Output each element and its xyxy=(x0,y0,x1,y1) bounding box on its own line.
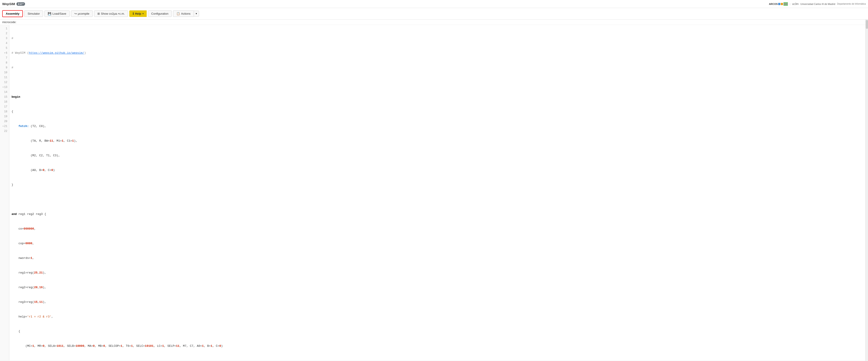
version-badge: 2.2.* xyxy=(17,2,25,6)
export-icon: ↪ xyxy=(74,12,77,15)
editor-area[interactable]: 1 2 3 4 5 ▾6 7 8 9 10 11 12 ▾13 14 15 16… xyxy=(0,25,868,361)
line-1: 1 xyxy=(0,26,9,31)
actions-button-group: 📋 Actions ▾ xyxy=(173,10,199,17)
assembly-button[interactable]: Assembly xyxy=(2,10,23,17)
title-bar: WepSIM 2.2.* ARCOS | uc3m Universidad Ca… xyxy=(0,0,868,8)
code-line-6: { xyxy=(11,109,866,114)
actions-caret-button[interactable]: ▾ xyxy=(194,11,199,17)
line-19: 19 xyxy=(0,114,9,119)
app-title: WepSIM 2.2.* xyxy=(2,2,25,6)
code-line-10: (A0, B=0, C=0) xyxy=(11,168,866,173)
line-16: 16 xyxy=(0,99,9,104)
line-3: 3 xyxy=(0,36,9,41)
load-save-button[interactable]: 💾 Load/Save xyxy=(44,10,69,17)
table-icon: ⊞ xyxy=(97,12,100,15)
line-13: ▾13 xyxy=(0,85,9,90)
code-line-16: nwords=1, xyxy=(11,256,866,261)
chevron-down-icon: ▾ xyxy=(143,12,144,15)
ucompile-button[interactable]: ↪ μcompile xyxy=(71,10,93,17)
code-line-18: reg2=reg(20,16), xyxy=(11,285,866,290)
code-line-3: # xyxy=(11,65,866,70)
help-button[interactable]: ℹ Help ▾ xyxy=(129,10,147,17)
code-line-11: } xyxy=(11,182,866,187)
configuration-button[interactable]: Configuration xyxy=(148,10,172,17)
code-line-1: # xyxy=(11,36,866,41)
code-line-5: begin xyxy=(11,95,866,99)
line-11: 11 xyxy=(0,75,9,80)
info-icon: ℹ xyxy=(133,12,134,15)
line-22: 22 xyxy=(0,129,9,134)
show-co2ua-button[interactable]: ⊞ Show co2μa.+c.m. xyxy=(94,10,128,17)
line-5: 5 xyxy=(0,46,9,51)
code-line-2: # WepSIM (https://wepsim.github.io/wepsi… xyxy=(11,51,866,56)
line-17: 17 xyxy=(0,104,9,109)
line-15: 15 xyxy=(0,95,9,99)
university-info: ARCOS | uc3m Universidad Carlos III de M… xyxy=(769,2,866,5)
code-line-17: reg1=reg(25,21), xyxy=(11,270,866,275)
help-button-group: ℹ Help ▾ xyxy=(129,10,147,17)
university-dept: Departamento de Informática xyxy=(837,3,866,5)
line-12: 12 xyxy=(0,80,9,85)
code-content[interactable]: # # WepSIM (https://wepsim.github.io/wep… xyxy=(9,25,868,361)
code-line-13: and reg1 reg2 reg3 { xyxy=(11,212,866,217)
line-numbers: 1 2 3 4 5 ▾6 7 8 9 10 11 12 ▾13 14 15 16… xyxy=(0,25,9,361)
microcode-label: microcode: xyxy=(0,20,868,25)
line-20: 20 xyxy=(0,119,9,124)
copy-icon: 📋 xyxy=(176,12,180,15)
line-7: 7 xyxy=(0,56,9,60)
uc3m-label: uc3m xyxy=(792,2,799,5)
separator: | xyxy=(790,3,790,5)
code-line-4 xyxy=(11,80,866,85)
line-2: 2 xyxy=(0,31,9,36)
line-21: ▾21 xyxy=(0,124,9,129)
code-line-19: reg3=reg(15,11), xyxy=(11,300,866,305)
code-line-12 xyxy=(11,197,866,202)
line-18: 18 xyxy=(0,109,9,114)
code-line-20: help='r1 = r2 & r3', xyxy=(11,314,866,319)
line-4: 4 xyxy=(0,41,9,46)
arcos-logo: ARCOS xyxy=(769,2,788,5)
code-line-21: { xyxy=(11,329,866,334)
code-line-22: (MC=1, MR=0, SELA=1011, SELB=10000, MA=0… xyxy=(11,344,866,349)
line-8: 8 xyxy=(0,60,9,65)
university-name: Universidad Carlos III de Madrid xyxy=(800,3,835,5)
code-line-9: (M2, C2, T1, C3), xyxy=(11,153,866,158)
line-6: ▾6 xyxy=(0,51,9,56)
scrollbar-track[interactable] xyxy=(865,20,868,361)
code-line-8: (TA, R, BW=11, M1=1, C1=1), xyxy=(11,139,866,144)
line-9: 9 xyxy=(0,65,9,70)
scrollbar-thumb[interactable] xyxy=(866,20,868,29)
simulator-button[interactable]: Simulator xyxy=(24,10,43,17)
toolbar: Assembly Simulator 💾 Load/Save ↪ μcompil… xyxy=(0,8,868,20)
code-line-15: cop=0000, xyxy=(11,241,866,246)
code-line-14: co=000000, xyxy=(11,227,866,231)
code-line-7: fetch: (T2, C0), xyxy=(11,124,866,129)
line-10: 10 xyxy=(0,70,9,75)
actions-button[interactable]: 📋 Actions xyxy=(173,10,194,17)
floppy-icon: 💾 xyxy=(48,12,51,15)
app-name: WepSIM xyxy=(2,2,15,6)
arcos-text: ARCOS xyxy=(769,3,778,5)
line-14: 14 xyxy=(0,90,9,95)
